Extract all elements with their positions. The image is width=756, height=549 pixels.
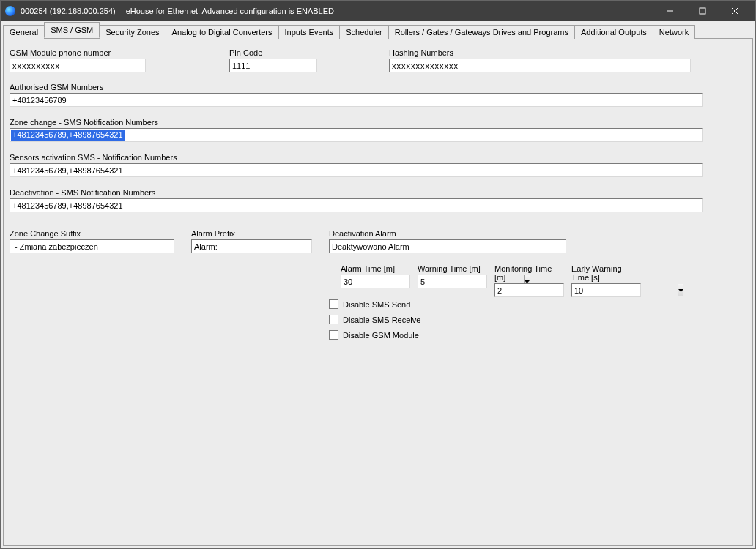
authorised-label: Authorised GSM Numbers bbox=[10, 83, 703, 92]
zone-change-input[interactable]: +48123456789,+48987654321 bbox=[10, 128, 703, 142]
checkbox-box-icon bbox=[329, 299, 338, 309]
authorised-input[interactable] bbox=[10, 93, 703, 107]
tab-adc[interactable]: Analog to Digital Converters bbox=[166, 25, 279, 39]
zone-change-selected-text: +48123456789,+48987654321 bbox=[11, 130, 125, 141]
tab-sms-gsm[interactable]: SMS / GSM bbox=[44, 22, 100, 38]
title-device: 000254 (192.168.000.254) bbox=[21, 7, 116, 15]
alarm-time-combo[interactable] bbox=[341, 274, 410, 288]
alarm-prefix-input[interactable] bbox=[191, 239, 312, 253]
disable-gsm-module-label: Disable GSM Module bbox=[343, 331, 419, 340]
tabpage-sms-gsm: GSM Module phone number Pin Code Hashing… bbox=[3, 39, 753, 546]
gsm-phone-input[interactable] bbox=[10, 59, 146, 72]
app-window: 000254 (192.168.000.254) eHouse for Ethe… bbox=[0, 0, 756, 549]
early-warning-value[interactable] bbox=[572, 284, 678, 296]
disable-sms-receive-label: Disable SMS Receive bbox=[343, 315, 420, 324]
chevron-down-icon[interactable] bbox=[678, 284, 683, 296]
hashing-label: Hashing Numbers bbox=[389, 48, 746, 57]
deact-nums-label: Deactivation - SMS Notification Numbers bbox=[10, 188, 703, 197]
minimize-button[interactable] bbox=[654, 1, 686, 21]
early-warning-label: Early Warning Time [s] bbox=[571, 264, 641, 282]
title-subtitle: eHouse for Ethernet: Advanced configurat… bbox=[126, 7, 334, 15]
early-warning-combo[interactable] bbox=[571, 283, 641, 297]
tab-inputs-events[interactable]: Inputs Events bbox=[278, 25, 341, 39]
sensors-input[interactable] bbox=[10, 163, 703, 177]
client-area: General SMS / GSM Security Zones Analog … bbox=[1, 21, 755, 548]
tab-additional-outputs[interactable]: Additional Outputs bbox=[574, 25, 653, 39]
maximize-button[interactable] bbox=[686, 1, 719, 21]
warning-time-label: Warning Time [m] bbox=[418, 264, 487, 273]
disable-sms-send-label: Disable SMS Send bbox=[343, 300, 410, 309]
monitoring-time-label: Monitoring Time [m] bbox=[494, 264, 564, 282]
zone-change-label: Zone change - SMS Notification Numbers bbox=[10, 118, 703, 127]
svg-rect-1 bbox=[700, 8, 705, 14]
tab-scheduler[interactable]: Scheduler bbox=[339, 25, 389, 39]
deact-alarm-input[interactable] bbox=[329, 239, 566, 253]
deact-nums-input[interactable] bbox=[10, 198, 703, 212]
svg-marker-7 bbox=[678, 289, 683, 292]
gsm-phone-label: GSM Module phone number bbox=[10, 48, 229, 57]
tab-security-zones[interactable]: Security Zones bbox=[99, 25, 166, 39]
hashing-input[interactable] bbox=[389, 59, 691, 72]
deact-alarm-label: Deactivation Alarm bbox=[329, 229, 571, 238]
alarm-time-label: Alarm Time [m] bbox=[341, 264, 410, 273]
disable-sms-receive-checkbox[interactable]: Disable SMS Receive bbox=[329, 315, 420, 324]
tab-rollers[interactable]: Rollers / Gates / Gateways Drives and Pr… bbox=[388, 25, 575, 39]
sensors-label: Sensors activation SMS - Notification Nu… bbox=[10, 153, 703, 162]
tabbar: General SMS / GSM Security Zones Analog … bbox=[3, 23, 753, 39]
close-button[interactable] bbox=[719, 1, 751, 21]
app-icon bbox=[5, 6, 15, 16]
pin-label: Pin Code bbox=[229, 48, 389, 57]
pin-input[interactable] bbox=[229, 59, 317, 72]
tab-general[interactable]: General bbox=[3, 25, 45, 39]
disable-sms-send-checkbox[interactable]: Disable SMS Send bbox=[329, 299, 420, 309]
zcs-label: Zone Change Suffix bbox=[10, 229, 191, 238]
zcs-input[interactable] bbox=[10, 239, 174, 253]
disable-gsm-module-checkbox[interactable]: Disable GSM Module bbox=[329, 330, 420, 340]
warning-time-combo[interactable] bbox=[418, 274, 487, 288]
checkbox-box-icon bbox=[329, 330, 338, 340]
checkbox-box-icon bbox=[329, 315, 338, 324]
monitoring-time-combo[interactable] bbox=[494, 283, 564, 297]
tab-network[interactable]: Network bbox=[653, 25, 695, 39]
alarm-prefix-label: Alarm Prefix bbox=[191, 229, 329, 238]
titlebar: 000254 (192.168.000.254) eHouse for Ethe… bbox=[1, 1, 755, 21]
